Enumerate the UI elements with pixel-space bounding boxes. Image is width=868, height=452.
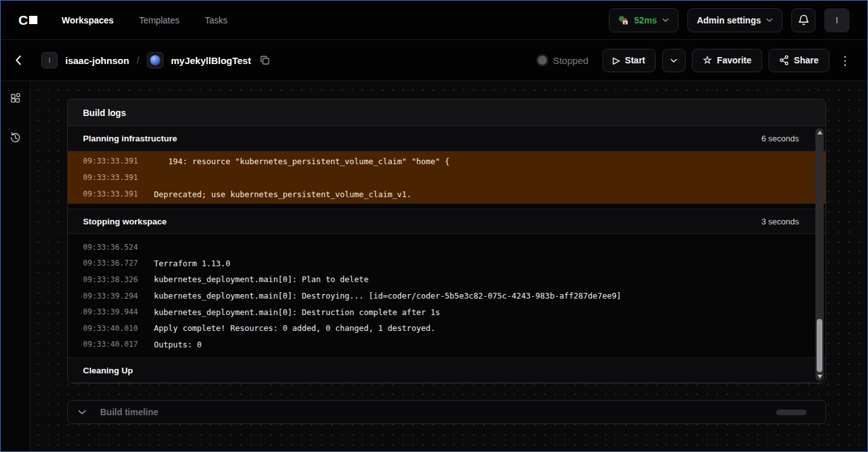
scrollbar[interactable] bbox=[815, 128, 824, 381]
left-sidebar bbox=[1, 81, 30, 451]
log-section-header[interactable]: Stopping workspace3 seconds bbox=[68, 209, 826, 234]
house-with-tree-icon bbox=[618, 15, 629, 25]
chevron-down-icon bbox=[670, 58, 677, 63]
breadcrumb-workspace: myJekyllBlogTest bbox=[171, 55, 251, 66]
workspace-avatar bbox=[147, 52, 163, 68]
workspace-avatar-dot bbox=[150, 55, 160, 65]
log-timestamp: 09:33:39.294 bbox=[83, 292, 154, 300]
log-text: Outputs: 0 bbox=[154, 340, 201, 349]
build-log-sections: Planning infrastructure6 seconds09:33:33… bbox=[68, 126, 826, 383]
log-text: Deprecated; use kubernetes_persistent_vo… bbox=[154, 190, 411, 199]
latency-value: 52ms bbox=[634, 15, 657, 25]
scrollbar-thumb[interactable] bbox=[817, 319, 822, 372]
build-timeline-label: Build timeline bbox=[100, 407, 158, 417]
build-logs-header: Build logs bbox=[68, 100, 826, 126]
favorite-button-label: Favorite bbox=[717, 55, 751, 65]
log-timestamp: 09:33:39.944 bbox=[83, 307, 154, 316]
favorite-button[interactable]: ☆ Favorite bbox=[692, 49, 762, 72]
share-icon bbox=[779, 55, 789, 65]
main-panel: Build logs Planning infrastructure6 seco… bbox=[30, 81, 867, 451]
sidebar-history-button[interactable] bbox=[4, 127, 26, 148]
share-button-label: Share bbox=[794, 55, 819, 65]
log-text: kubernetes_deployment.main[0]: Destructi… bbox=[154, 307, 440, 317]
latency-button[interactable]: 52ms bbox=[609, 8, 679, 32]
log-row: 09:33:33.391 bbox=[68, 169, 826, 186]
admin-settings-label: Admin settings bbox=[697, 15, 761, 25]
status-label: Stopped bbox=[553, 55, 589, 66]
chevron-down-icon bbox=[78, 410, 86, 415]
log-text: Terraform 1.13.0 bbox=[154, 259, 230, 268]
build-logs-panel: Build logs Planning infrastructure6 seco… bbox=[67, 99, 826, 384]
timeline-skeleton bbox=[776, 410, 807, 415]
log-timestamp: 09:33:33.391 bbox=[83, 157, 154, 165]
log-timestamp: 09:33:38.326 bbox=[83, 275, 154, 284]
chevron-left-icon bbox=[15, 55, 22, 65]
log-gap bbox=[68, 204, 826, 209]
build-timeline-panel[interactable]: Build timeline bbox=[67, 400, 826, 424]
log-text: kubernetes_deployment.main[0]: Destroyin… bbox=[154, 291, 622, 300]
log-section-header[interactable]: Planning infrastructure6 seconds bbox=[68, 126, 826, 152]
log-timestamp: 09:33:33.391 bbox=[83, 190, 154, 198]
owner-avatar-initial: I bbox=[48, 56, 50, 64]
log-section-duration: 3 seconds bbox=[762, 217, 810, 226]
log-lines: 09:33:36.52409:33:36.727Terraform 1.13.0… bbox=[68, 234, 826, 358]
log-lines: 09:33:33.391 194: resource "kubernetes_p… bbox=[68, 152, 826, 204]
user-avatar[interactable]: I bbox=[824, 8, 850, 32]
primary-nav: Workspaces Templates Tasks bbox=[61, 15, 227, 25]
log-section-name: Planning infrastructure bbox=[83, 134, 177, 143]
play-icon: ▷ bbox=[613, 56, 620, 65]
logo-square-mark bbox=[29, 16, 37, 24]
bell-icon bbox=[798, 14, 810, 27]
owner-avatar: I bbox=[41, 52, 58, 68]
log-row: 09:33:36.727Terraform 1.13.0 bbox=[68, 255, 826, 272]
log-row: 09:33:40.010Apply complete! Resources: 0… bbox=[68, 320, 826, 337]
log-row: 09:33:33.391 194: resource "kubernetes_p… bbox=[68, 153, 826, 169]
log-row: 09:33:39.294kubernetes_deployment.main[0… bbox=[68, 288, 826, 304]
start-options-button[interactable] bbox=[662, 49, 686, 72]
chevron-down-icon bbox=[766, 18, 773, 22]
log-timestamp: 09:33:40.017 bbox=[83, 340, 154, 349]
app-window: { "colors": { "accent_green": "#31a94f",… bbox=[0, 0, 868, 452]
scroll-down-arrow-icon[interactable] bbox=[817, 375, 822, 378]
scroll-up-arrow-icon[interactable] bbox=[817, 131, 822, 134]
copy-icon bbox=[260, 55, 270, 65]
back-button[interactable] bbox=[10, 51, 27, 69]
log-text: Apply complete! Resources: 0 added, 0 ch… bbox=[154, 323, 435, 333]
nav-tasks[interactable]: Tasks bbox=[205, 15, 227, 25]
content-area: Build logs Planning infrastructure6 seco… bbox=[1, 81, 867, 451]
log-text: kubernetes_deployment.main[0]: Plan to d… bbox=[154, 274, 369, 284]
workspace-status: Stopped bbox=[538, 55, 589, 66]
status-dot-icon bbox=[538, 56, 547, 65]
workspace-header-bar: I isaac-johnson / myJekyllBlogTest Stopp… bbox=[1, 40, 867, 81]
start-button[interactable]: ▷ Start bbox=[603, 49, 656, 72]
history-clock-icon bbox=[9, 131, 22, 144]
logo-letter: C bbox=[18, 13, 27, 28]
log-timestamp: 09:33:33.391 bbox=[83, 173, 154, 182]
log-timestamp: 09:33:36.524 bbox=[83, 243, 154, 252]
log-row: 09:33:33.391Deprecated; use kubernetes_p… bbox=[68, 186, 826, 202]
log-timestamp: 09:33:40.010 bbox=[83, 324, 154, 333]
build-logs-title: Build logs bbox=[83, 108, 126, 118]
breadcrumb-owner[interactable]: isaac-johnson bbox=[65, 55, 129, 66]
coder-logo[interactable]: C bbox=[18, 13, 37, 28]
share-button[interactable]: Share bbox=[769, 49, 829, 72]
admin-settings-button[interactable]: Admin settings bbox=[687, 8, 782, 32]
log-text: 194: resource "kubernetes_persistent_vol… bbox=[154, 157, 450, 166]
top-navbar: C Workspaces Templates Tasks 52ms bbox=[1, 1, 867, 40]
resources-grid-icon bbox=[10, 93, 22, 105]
chevron-down-icon bbox=[662, 18, 669, 22]
notifications-button[interactable] bbox=[791, 8, 815, 32]
star-icon: ☆ bbox=[703, 55, 712, 65]
nav-workspaces[interactable]: Workspaces bbox=[61, 15, 113, 25]
log-row: 09:33:40.017Outputs: 0 bbox=[68, 337, 826, 353]
more-options-button[interactable]: ⋮ bbox=[836, 49, 855, 72]
log-section-header[interactable]: Cleaning Up bbox=[68, 358, 826, 383]
build-logs-body: Planning infrastructure6 seconds09:33:33… bbox=[68, 126, 826, 383]
user-avatar-initial: I bbox=[836, 15, 838, 25]
log-section-name: Cleaning Up bbox=[83, 366, 133, 375]
copy-workspace-name-button[interactable] bbox=[258, 54, 271, 67]
nav-templates[interactable]: Templates bbox=[139, 15, 179, 25]
log-section-duration: 6 seconds bbox=[762, 134, 810, 143]
sidebar-resources-button[interactable] bbox=[4, 87, 26, 109]
log-row: 09:33:39.944kubernetes_deployment.main[0… bbox=[68, 304, 826, 320]
